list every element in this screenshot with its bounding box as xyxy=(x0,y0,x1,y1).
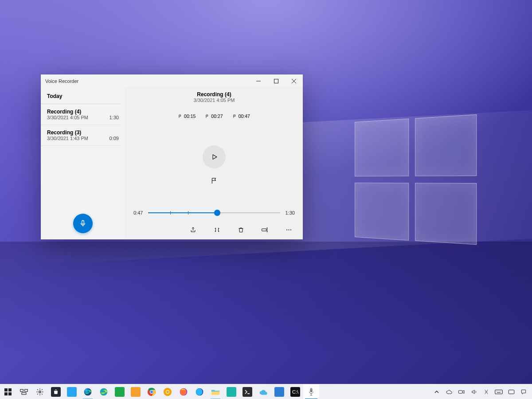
terminal-icon xyxy=(243,387,252,397)
recordings-sidebar: Today Recording (4) 3/30/2021 4:05 PM 1:… xyxy=(41,88,125,239)
taskbar: C:\ xyxy=(0,384,532,399)
share-button[interactable] xyxy=(188,225,197,234)
taskbar-app-command-prompt[interactable]: C:\ xyxy=(287,384,303,399)
taskbar-app-app-orange[interactable] xyxy=(128,384,144,399)
titlebar[interactable]: Voice Recorder xyxy=(41,74,303,88)
flag-icon xyxy=(205,114,209,118)
svg-point-18 xyxy=(150,391,153,393)
voice-recorder-window: Voice Recorder Today Recording (4) 3/30/… xyxy=(41,74,303,239)
start-icon xyxy=(4,388,12,395)
recording-detail-pane: Recording (4) 3/30/2021 4:05 PM 00:15 00… xyxy=(125,88,303,239)
delete-button[interactable] xyxy=(236,225,245,234)
svg-rect-10 xyxy=(20,389,23,391)
share-icon xyxy=(190,227,196,233)
file-explorer-icon xyxy=(211,388,220,395)
more-icon xyxy=(286,227,292,233)
taskbar-app-task-view[interactable] xyxy=(16,384,32,399)
play-icon xyxy=(210,153,218,161)
minimize-button[interactable] xyxy=(250,74,267,88)
app-orange-icon xyxy=(131,387,141,397)
marker-time: 00:15 xyxy=(184,113,196,119)
wallpaper-windows-logo xyxy=(355,122,479,237)
svg-rect-28 xyxy=(509,390,514,394)
marker-chip[interactable]: 00:47 xyxy=(233,113,250,119)
tray-overflow-button[interactable] xyxy=(433,388,441,396)
taskbar-app-microsoft-store[interactable] xyxy=(48,384,64,399)
meet-now-icon[interactable] xyxy=(458,388,466,396)
recording-list-item[interactable]: Recording (3) 3/30/2021 1:43 PM 0:09 xyxy=(41,125,121,146)
taskbar-app-firefox-dev[interactable] xyxy=(192,384,207,399)
trim-button[interactable] xyxy=(212,225,221,234)
svg-rect-0 xyxy=(274,79,278,83)
play-button[interactable] xyxy=(203,145,226,168)
app-teal-icon xyxy=(227,387,236,397)
svg-rect-1 xyxy=(82,220,84,224)
taskbar-app-app-cloud[interactable] xyxy=(255,384,271,399)
svg-rect-11 xyxy=(25,389,28,391)
sidebar-group-today: Today xyxy=(41,88,121,104)
taskbar-app-firefox[interactable] xyxy=(176,384,192,399)
taskbar-app-photos[interactable] xyxy=(271,384,287,399)
taskbar-app-file-explorer[interactable] xyxy=(207,384,223,399)
scrubber[interactable] xyxy=(148,208,280,217)
taskbar-app-voice-recorder[interactable] xyxy=(303,384,319,399)
scrubber-marker-tick xyxy=(188,211,188,215)
svg-point-3 xyxy=(286,229,287,230)
app-cloud-icon xyxy=(258,389,268,395)
taskbar-app-edge-dev[interactable] xyxy=(96,384,112,399)
tablet-mode-icon[interactable] xyxy=(507,388,515,396)
system-tray xyxy=(433,388,529,396)
taskbar-app-settings[interactable] xyxy=(32,384,48,399)
taskbar-app-app-blue[interactable] xyxy=(64,384,80,399)
trash-icon xyxy=(238,227,244,233)
more-button[interactable] xyxy=(284,225,293,234)
marker-chip[interactable]: 00:27 xyxy=(205,113,223,119)
scrubber-duration: 1:30 xyxy=(286,210,295,215)
rename-button[interactable] xyxy=(260,225,269,234)
marker-time: 00:27 xyxy=(211,113,223,119)
svg-rect-6 xyxy=(4,388,8,391)
taskbar-app-app-teal[interactable] xyxy=(223,384,239,399)
taskbar-app-start[interactable] xyxy=(0,384,16,399)
microphone-icon xyxy=(79,219,87,227)
taskbar-app-edge[interactable] xyxy=(80,384,96,399)
scrubber-position: 0:47 xyxy=(133,210,143,215)
microsoft-store-icon xyxy=(51,387,61,397)
chrome-icon xyxy=(147,387,156,396)
taskbar-app-chrome[interactable] xyxy=(144,384,160,399)
window-title: Voice Recorder xyxy=(41,78,78,84)
recording-list-item[interactable]: Recording (4) 3/30/2021 4:05 PM 1:30 xyxy=(41,104,121,125)
detail-title: Recording (4) xyxy=(125,91,303,98)
edge-icon xyxy=(83,387,92,396)
keyboard-icon[interactable] xyxy=(495,388,503,396)
edge-dev-icon xyxy=(99,387,108,396)
svg-point-4 xyxy=(288,229,289,230)
recording-duration: 1:30 xyxy=(110,115,119,120)
firefox-icon xyxy=(179,387,188,396)
maximize-button[interactable] xyxy=(267,74,285,88)
close-button[interactable] xyxy=(285,74,303,88)
svg-point-5 xyxy=(290,229,291,230)
recording-date: 3/30/2021 4:05 PM xyxy=(47,115,114,120)
svg-rect-12 xyxy=(22,392,26,394)
add-marker-button[interactable] xyxy=(207,175,222,187)
taskbar-app-terminal[interactable] xyxy=(239,384,255,399)
taskbar-app-app-green-badge[interactable] xyxy=(112,384,128,399)
recording-duration: 0:09 xyxy=(110,136,119,141)
volume-icon[interactable] xyxy=(470,388,478,396)
svg-point-21 xyxy=(166,391,169,393)
detail-subtitle: 3/30/2021 4:05 PM xyxy=(125,98,303,103)
onedrive-icon[interactable] xyxy=(445,388,453,396)
unknown-tray-icon[interactable] xyxy=(482,388,490,396)
svg-rect-2 xyxy=(262,229,266,231)
task-view-icon xyxy=(20,389,28,395)
record-button[interactable] xyxy=(73,214,93,233)
marker-chip[interactable]: 00:15 xyxy=(178,113,196,119)
taskbar-app-chrome-canary[interactable] xyxy=(160,384,176,399)
action-center-icon[interactable] xyxy=(520,388,528,396)
recording-name: Recording (3) xyxy=(47,129,114,136)
wallpaper-floor-shadow xyxy=(0,242,532,357)
svg-rect-8 xyxy=(4,392,8,395)
recording-name: Recording (4) xyxy=(47,109,114,115)
svg-rect-26 xyxy=(458,390,462,393)
